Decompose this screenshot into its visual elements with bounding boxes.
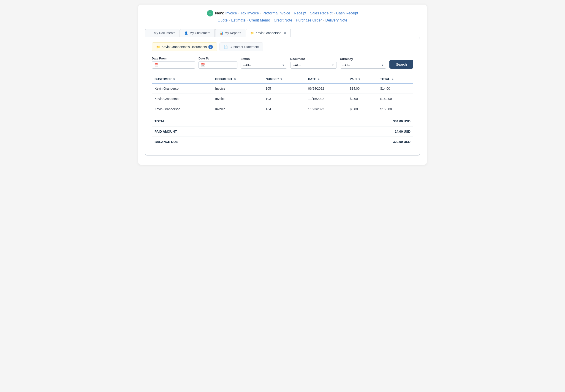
col-document[interactable]: DOCUMENT ⇅ xyxy=(212,75,263,83)
document-select[interactable]: --All-- xyxy=(293,63,334,67)
customers-icon: 👤 xyxy=(184,31,188,35)
table-header: CUSTOMER ⇅ DOCUMENT ⇅ NUMBER ⇅ DATE ⇅ PA… xyxy=(152,75,413,83)
tab-my-documents-label: My Documents xyxy=(154,31,175,35)
toolbar-credit-note-link[interactable]: Credit Note xyxy=(274,18,292,22)
cell-customer-1: Kevin Granderson xyxy=(152,83,212,94)
filter-bar: Date From 📅 Date To 📅 Status --All-- xyxy=(152,57,413,69)
sub-tab-doc-icon: 📄 xyxy=(224,45,228,49)
cell-date-3: 11/23/2022 xyxy=(305,104,347,114)
sub-tab-documents[interactable]: 📁 Kevin Granderson's Documents 3 xyxy=(152,42,217,51)
cell-date-2: 11/15/2022 xyxy=(305,94,347,104)
new-label: New: xyxy=(215,11,224,15)
data-table: CUSTOMER ⇅ DOCUMENT ⇅ NUMBER ⇅ DATE ⇅ PA… xyxy=(152,75,413,114)
tab-my-customers[interactable]: 👤 My Customers xyxy=(180,29,214,37)
toolbar-credit-memo-link[interactable]: Credit Memo xyxy=(249,18,270,22)
calendar-to-icon[interactable]: 📅 xyxy=(201,63,205,67)
sub-tab-statement-label: Customer Statement xyxy=(229,45,259,49)
page-wrapper: + New: Invoice · Tax Invoice · Proforma … xyxy=(138,5,427,165)
summary-paid-label: PAID AMOUNT xyxy=(155,130,177,133)
tab-my-reports[interactable]: 📊 My Reports xyxy=(215,29,246,37)
tab-kevin-granderson[interactable]: 📁 Kevin Granderson ✕ xyxy=(246,29,291,37)
cell-total-3: $160.00 xyxy=(377,104,413,114)
col-number[interactable]: NUMBER ⇅ xyxy=(263,75,305,83)
toolbar-receipt-link[interactable]: Receipt xyxy=(294,11,306,15)
cell-paid-2: $0.00 xyxy=(347,94,377,104)
summary-paid-value: 14.00 USD xyxy=(395,130,410,133)
tab-my-documents[interactable]: ☰ My Documents xyxy=(145,29,179,37)
currency-label: Currency xyxy=(340,57,387,61)
currency-select[interactable]: --All-- xyxy=(342,63,384,67)
table-row: Kevin Granderson Invoice 105 06/24/2022 … xyxy=(152,83,413,94)
tab-close-button[interactable]: ✕ xyxy=(284,31,286,35)
sub-tab-folder-icon: 📁 xyxy=(156,45,160,49)
cell-number-2: 103 xyxy=(263,94,305,104)
status-select-wrap: --All-- ▼ xyxy=(241,62,287,69)
sort-paid-icon: ⇅ xyxy=(358,78,360,81)
folder-icon: 📁 xyxy=(250,31,254,35)
cell-customer-3: Kevin Granderson xyxy=(152,104,212,114)
document-select-wrap: --All-- ▼ xyxy=(290,62,337,69)
toolbar-cash-receipt-link[interactable]: Cash Receipt xyxy=(336,11,358,15)
toolbar-quote-link[interactable]: Quote xyxy=(218,18,228,22)
table-body: Kevin Granderson Invoice 105 06/24/2022 … xyxy=(152,83,413,114)
cell-document-3: Invoice xyxy=(212,104,263,114)
toolbar-purchase-order-link[interactable]: Purchase Order xyxy=(296,18,322,22)
toolbar-delivery-note-link[interactable]: Delivery Note xyxy=(325,18,347,22)
reports-icon: 📊 xyxy=(220,31,223,35)
date-to-field: Date To 📅 xyxy=(198,57,238,69)
new-plus-button[interactable]: + xyxy=(207,10,213,16)
col-paid[interactable]: PAID ⇅ xyxy=(347,75,377,83)
toolbar: + New: Invoice · Tax Invoice · Proforma … xyxy=(145,10,420,22)
content-area: 📁 Kevin Granderson's Documents 3 📄 Custo… xyxy=(145,37,420,155)
date-to-label: Date To xyxy=(198,57,238,60)
sort-number-icon: ⇅ xyxy=(280,78,282,81)
sort-document-icon: ⇅ xyxy=(234,78,236,81)
toolbar-row-2: Quote · Estimate · Credit Memo · Credit … xyxy=(218,18,347,22)
summary-section: TOTAL 334.00 USD PAID AMOUNT 14.00 USD B… xyxy=(152,116,413,147)
cell-paid-1: $14.00 xyxy=(347,83,377,94)
summary-total-value: 334.00 USD xyxy=(393,119,410,123)
date-to-input-wrap: 📅 xyxy=(198,61,238,69)
list-icon: ☰ xyxy=(149,31,152,35)
search-button[interactable]: Search xyxy=(389,60,413,69)
cell-total-1: $14.00 xyxy=(377,83,413,94)
toolbar-sales-receipt-link[interactable]: Sales Receipt xyxy=(310,11,333,15)
summary-total-label: TOTAL xyxy=(155,119,165,123)
cell-date-1: 06/24/2022 xyxy=(305,83,347,94)
cell-document-1: Invoice xyxy=(212,83,263,94)
toolbar-tax-invoice-link[interactable]: Tax Invoice xyxy=(241,11,259,15)
date-to-input[interactable] xyxy=(207,63,235,67)
cell-total-2: $160.00 xyxy=(377,94,413,104)
sort-date-icon: ⇅ xyxy=(317,78,319,81)
date-from-input-wrap: 📅 xyxy=(152,61,195,69)
documents-badge: 3 xyxy=(208,45,213,49)
calendar-from-icon[interactable]: 📅 xyxy=(154,63,159,67)
table-header-row: CUSTOMER ⇅ DOCUMENT ⇅ NUMBER ⇅ DATE ⇅ PA… xyxy=(152,75,413,83)
summary-balance-value: 320.00 USD xyxy=(393,140,410,144)
col-date[interactable]: DATE ⇅ xyxy=(305,75,347,83)
sort-customer-icon: ⇅ xyxy=(173,78,175,81)
col-total[interactable]: TOTAL ⇅ xyxy=(377,75,413,83)
sub-tabs: 📁 Kevin Granderson's Documents 3 📄 Custo… xyxy=(152,42,413,51)
status-field: Status --All-- ▼ xyxy=(241,57,287,69)
summary-paid-row: PAID AMOUNT 14.00 USD xyxy=(152,126,413,137)
status-select[interactable]: --All-- xyxy=(243,63,284,67)
cell-number-3: 104 xyxy=(263,104,305,114)
toolbar-invoice-link[interactable]: Invoice xyxy=(225,11,237,15)
date-from-input[interactable] xyxy=(160,63,193,67)
document-label: Document xyxy=(290,57,337,61)
status-label: Status xyxy=(241,57,287,61)
document-field: Document --All-- ▼ xyxy=(290,57,337,69)
toolbar-row-1: + New: Invoice · Tax Invoice · Proforma … xyxy=(207,10,358,16)
toolbar-proforma-invoice-link[interactable]: Proforma Invoice xyxy=(263,11,290,15)
tab-my-customers-label: My Customers xyxy=(190,31,210,35)
sub-tab-statement[interactable]: 📄 Customer Statement xyxy=(220,42,263,51)
table-row: Kevin Granderson Invoice 104 11/23/2022 … xyxy=(152,104,413,114)
summary-total-row: TOTAL 334.00 USD xyxy=(152,116,413,126)
currency-select-wrap: --All-- ▼ xyxy=(340,62,387,69)
toolbar-estimate-link[interactable]: Estimate xyxy=(231,18,245,22)
col-customer[interactable]: CUSTOMER ⇅ xyxy=(152,75,212,83)
tab-kevin-granderson-label: Kevin Granderson xyxy=(255,31,281,35)
tabs-bar: ☰ My Documents 👤 My Customers 📊 My Repor… xyxy=(145,29,420,37)
cell-number-1: 105 xyxy=(263,83,305,94)
